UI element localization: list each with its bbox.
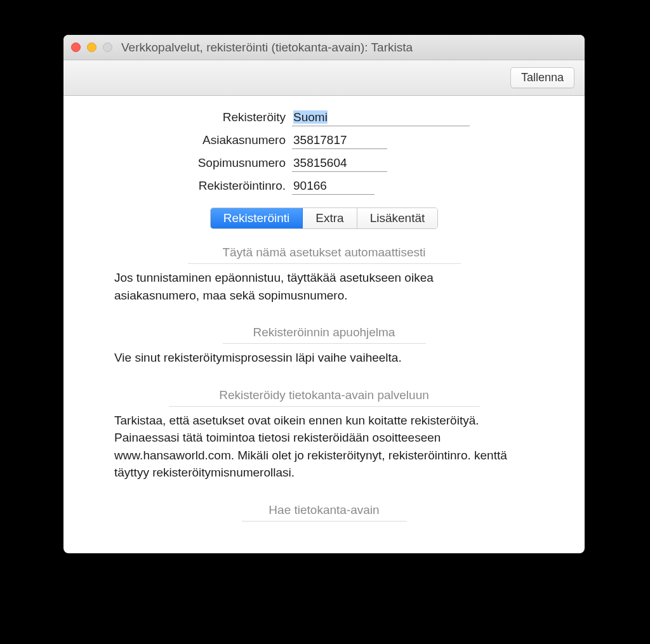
sopimusnumero-field[interactable] xyxy=(292,155,387,172)
fetch-key-header[interactable]: Hae tietokanta-avain xyxy=(242,502,407,522)
content: Rekisteröity Suomi Asiakasnumero Sopimus… xyxy=(63,96,585,522)
register-key-body: Tarkistaa, että asetukset ovat oikein en… xyxy=(114,412,521,482)
auto-fill-header[interactable]: Täytä nämä asetukset automaattisesti xyxy=(188,244,461,264)
window: Verkkopalvelut, rekisteröinti (tietokant… xyxy=(63,35,585,553)
rekisteroity-label: Rekisteröity xyxy=(108,110,292,124)
rekisteroity-field[interactable]: Suomi xyxy=(292,110,470,126)
toolbar: Tallenna xyxy=(63,60,585,96)
sopimusnumero-label: Sopimusnumero xyxy=(108,156,292,170)
wizard-header[interactable]: Rekisteröinnin apuohjelma xyxy=(223,324,426,344)
titlebar: Verkkopalvelut, rekisteröinti (tietokant… xyxy=(63,35,585,60)
minimize-icon[interactable] xyxy=(87,43,96,52)
form: Rekisteröity Suomi Asiakasnumero Sopimus… xyxy=(108,110,540,195)
rekisteroity-value: Suomi xyxy=(293,110,328,124)
tab-lisakentat[interactable]: Lisäkentät xyxy=(357,208,438,228)
asiakasnumero-label: Asiakasnumero xyxy=(108,133,292,147)
asiakasnumero-field[interactable] xyxy=(292,133,387,149)
save-button[interactable]: Tallenna xyxy=(510,67,574,88)
traffic-lights xyxy=(71,43,112,52)
wizard-body: Vie sinut rekisteröitymisprosessin läpi … xyxy=(114,349,521,367)
window-title: Verkkopalvelut, rekisteröinti (tietokant… xyxy=(121,41,413,55)
auto-fill-body: Jos tunnistaminen epäonnistuu, täyttäkää… xyxy=(114,269,521,304)
segmented-tabs: Rekisteröinti Extra Lisäkentät xyxy=(210,207,439,229)
tabs: Rekisteröinti Extra Lisäkentät xyxy=(108,207,540,229)
register-key-header[interactable]: Rekisteröidy tietokanta-avain palveluun xyxy=(169,387,480,407)
rekisterointinro-label: Rekisteröintinro. xyxy=(108,179,292,193)
rekisterointinro-field[interactable] xyxy=(292,178,375,195)
close-icon[interactable] xyxy=(71,43,81,52)
tab-rekisterointi[interactable]: Rekisteröinti xyxy=(211,208,303,228)
zoom-icon[interactable] xyxy=(103,43,112,52)
tab-extra[interactable]: Extra xyxy=(303,208,357,228)
